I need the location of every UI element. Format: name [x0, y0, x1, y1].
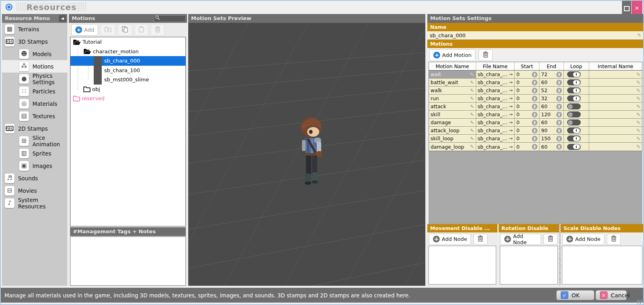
cell-motion-name[interactable]: walk✎ [429, 87, 476, 94]
sidebar-item-terrains[interactable]: ▦Terrains [2, 23, 67, 35]
cell-internal-name[interactable]: ✎ [589, 95, 642, 102]
stepper-icon[interactable]: ▲▼ [556, 80, 562, 85]
cell-internal-name[interactable]: ✎ [589, 111, 642, 118]
node-list[interactable] [562, 246, 642, 285]
cell-motion-name[interactable]: attack_loop✎ [429, 127, 476, 134]
cell-start[interactable]: 0▲▼ [515, 95, 539, 102]
cell-start[interactable]: 0▲▼ [515, 71, 539, 78]
loop-toggle[interactable] [567, 103, 581, 109]
tree-item-character-motion[interactable]: character_motion [70, 47, 185, 57]
management-tags-notes-area[interactable] [70, 236, 186, 286]
cell-motion-name[interactable]: skill✎ [429, 111, 476, 118]
add-node-button[interactable]: +Add Node [562, 234, 604, 245]
cell-motion-name[interactable]: battle_wait✎ [429, 79, 476, 86]
cell-file-name[interactable]: sb_chara_...→ [476, 79, 515, 86]
stepper-icon[interactable]: ▲▼ [556, 144, 562, 149]
file-link-arrow-icon[interactable]: → [508, 87, 513, 93]
search-input[interactable] [154, 15, 186, 22]
file-link-arrow-icon[interactable]: → [508, 144, 513, 150]
sidebar-item-materials[interactable]: ◎Materials [2, 97, 67, 110]
cell-start[interactable]: 0▲▼ [515, 79, 539, 86]
cell-start[interactable]: 0▲▼ [515, 119, 539, 126]
sidebar-item-3d-stamps[interactable]: 3D3D Stamps [2, 35, 67, 48]
cell-file-name[interactable]: sb_chara_...→ [476, 119, 515, 126]
loop-toggle[interactable] [567, 144, 581, 150]
file-link-arrow-icon[interactable]: → [508, 135, 513, 141]
delete-button[interactable] [151, 24, 165, 36]
file-link-arrow-icon[interactable]: → [508, 111, 513, 117]
loop-toggle[interactable] [567, 87, 581, 93]
cell-end[interactable]: 72▲▼ [539, 71, 564, 78]
cell-internal-name[interactable]: ✎ [589, 119, 642, 126]
sidebar-item-sounds[interactable]: ♬Sounds [2, 172, 67, 184]
cell-start[interactable]: 0▲▼ [515, 143, 539, 151]
stepper-icon[interactable]: ▲▼ [532, 72, 537, 77]
sidebar-item-sprites[interactable]: ▥Sprites [2, 147, 67, 160]
sidebar-item-2d-stamps[interactable]: 2D2D Stamps [2, 122, 67, 135]
stepper-icon[interactable]: ▲▼ [532, 104, 537, 109]
cell-end[interactable]: 32▲▼ [539, 95, 564, 102]
file-link-arrow-icon[interactable]: → [508, 79, 513, 85]
stepper-icon[interactable]: ▲▼ [556, 136, 562, 141]
file-link-arrow-icon[interactable]: → [508, 95, 513, 101]
cell-file-name[interactable]: sb_chara_...→ [476, 127, 515, 134]
cell-file-name[interactable]: sb_chara_...→ [476, 95, 515, 102]
tree-item-sb-chara-100[interactable]: sb_chara_100 [70, 66, 185, 75]
tree-item-sb-chara-000[interactable]: sb_chara_000 [70, 56, 185, 66]
stepper-icon[interactable]: ▲▼ [532, 112, 537, 117]
loop-toggle[interactable] [567, 71, 581, 77]
loop-toggle[interactable] [567, 95, 581, 101]
sidebar-item-motions[interactable]: ⁂Motions [2, 60, 67, 73]
tree-item-tutorial[interactable]: Tutorial [70, 37, 185, 47]
cell-file-name[interactable]: sb_chara_...→ [476, 135, 515, 142]
file-link-arrow-icon[interactable]: → [508, 127, 513, 133]
delete-node-button[interactable] [473, 234, 487, 245]
sidebar-item-particles[interactable]: ∷Particles [2, 85, 67, 97]
delete-motion-button[interactable] [479, 49, 493, 61]
cell-end[interactable]: 52▲▼ [539, 87, 564, 94]
cell-end[interactable]: 60▲▼ [539, 119, 564, 126]
cell-internal-name[interactable]: ✎ [589, 135, 642, 142]
delete-node-button[interactable] [543, 234, 557, 245]
name-field[interactable]: sb_chara_000 ✎ [427, 31, 644, 40]
cell-start[interactable]: 0▲▼ [515, 111, 539, 118]
add-motion-button[interactable]: + Add Motion [429, 49, 475, 61]
resize-grip[interactable] [637, 300, 642, 305]
sidebar-item-images[interactable]: ▣Images [2, 160, 67, 172]
stepper-icon[interactable]: ▲▼ [556, 88, 562, 93]
sidebar-item-textures[interactable]: ▤Textures [2, 110, 67, 122]
cell-file-name[interactable]: sb_chara_...→ [476, 87, 515, 94]
cell-start[interactable]: 0▲▼ [515, 87, 539, 94]
tree-item-sb-mst000-slime[interactable]: sb_mst000_slime [70, 75, 185, 85]
cell-file-name[interactable]: sb_chara_...→ [476, 111, 515, 118]
cell-motion-name[interactable]: damage_loop✎ [429, 143, 476, 151]
loop-toggle[interactable] [567, 111, 581, 117]
cell-internal-name[interactable]: ✎ [589, 127, 642, 134]
duplicate-button[interactable] [118, 24, 132, 36]
file-link-arrow-icon[interactable]: → [508, 103, 513, 109]
maximize-button[interactable] [622, 1, 631, 14]
cell-motion-name[interactable]: run✎ [429, 95, 476, 102]
cell-internal-name[interactable]: ✎ [589, 143, 642, 151]
cell-end[interactable]: 90▲▼ [539, 127, 564, 134]
add-node-button[interactable]: +Add Node [429, 234, 471, 245]
node-list[interactable] [500, 246, 558, 285]
cell-internal-name[interactable]: ✎ [589, 71, 642, 78]
cell-internal-name[interactable]: ✎ [589, 79, 642, 86]
add-folder-button[interactable] [101, 24, 115, 36]
loop-toggle[interactable] [567, 135, 581, 141]
cell-file-name[interactable]: sb_chara_...→ [476, 103, 515, 110]
cell-file-name[interactable]: sb_chara_...→ [476, 143, 515, 151]
preview-viewport-3d[interactable] [188, 23, 425, 286]
cell-file-name[interactable]: sb_chara_...→ [476, 71, 515, 78]
add-button[interactable]: + Add [71, 24, 98, 36]
file-link-arrow-icon[interactable]: → [508, 119, 513, 125]
close-button[interactable]: ✕ [632, 1, 642, 14]
chevron-left-icon[interactable]: ◀ [59, 15, 66, 22]
stepper-icon[interactable]: ▲▼ [556, 96, 562, 101]
cell-motion-name[interactable]: attack✎ [429, 103, 476, 110]
loop-toggle[interactable] [567, 127, 581, 133]
node-list[interactable] [429, 246, 496, 285]
cell-end[interactable]: 60▲▼ [539, 103, 564, 110]
file-link-arrow-icon[interactable]: → [508, 71, 513, 77]
